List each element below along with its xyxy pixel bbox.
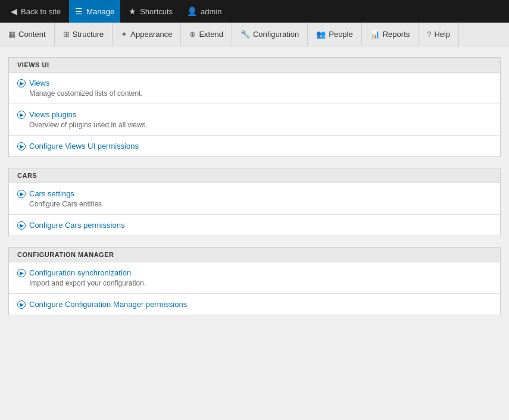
people-icon: 👥: [316, 30, 326, 39]
back-to-site-label: Back to site: [21, 7, 61, 16]
views-plugins-description: Overview of plugins used in all views.: [29, 121, 492, 129]
configuration-synchronization-link[interactable]: ▶ Configuration synchronization: [17, 268, 492, 277]
configuration-manager-header: CONFIGURATION MANAGER: [9, 247, 500, 262]
cars-header: CARS: [9, 168, 500, 183]
back-to-site-link[interactable]: ◀ Back to site: [5, 0, 67, 23]
shortcuts-icon: ★: [129, 7, 136, 16]
configure-views-arrow-icon: ▶: [17, 142, 26, 151]
configure-views-ui-permissions-label: Configure Views UI permissions: [29, 142, 139, 151]
list-item: ▶ Views plugins Overview of plugins used…: [9, 104, 500, 136]
nav-reports-label: Reports: [383, 30, 410, 39]
configuration-synchronization-description: Import and export your configuration.: [29, 279, 492, 287]
list-item: ▶ Configure Cars permissions: [9, 215, 500, 236]
configure-configuration-manager-permissions-label: Configure Configuration Manager permissi…: [29, 300, 187, 309]
configure-views-ui-permissions-link[interactable]: ▶ Configure Views UI permissions: [17, 142, 492, 151]
nav-structure-label: Structure: [73, 30, 104, 39]
views-arrow-icon: ▶: [17, 79, 26, 87]
configure-cars-permissions-link[interactable]: ▶ Configure Cars permissions: [17, 221, 492, 230]
manage-label: Manage: [86, 7, 114, 16]
views-plugins-arrow-icon: ▶: [17, 111, 26, 119]
admin-label: admin: [201, 7, 221, 16]
list-item: ▶ Configure Configuration Manager permis…: [9, 294, 500, 315]
list-item: ▶ Cars settings Configure Cars entities: [9, 183, 500, 215]
nav-extend-label: Extend: [199, 30, 223, 39]
shortcuts-link[interactable]: ★ Shortcuts: [123, 0, 179, 23]
content-icon: ▦: [8, 30, 15, 39]
nav-item-appearance[interactable]: ✦ Appearance: [113, 23, 181, 46]
views-plugins-label: Views plugins: [29, 110, 76, 119]
nav-item-extend[interactable]: ⊕ Extend: [181, 23, 232, 46]
admin-icon: 👤: [187, 7, 197, 16]
back-arrow-icon: ◀: [11, 7, 17, 16]
appearance-icon: ✦: [121, 30, 127, 39]
nav-help-label: Help: [434, 30, 450, 39]
list-item: ▶ Configure Views UI permissions: [9, 136, 500, 156]
configure-cm-arrow-icon: ▶: [17, 300, 26, 309]
nav-appearance-label: Appearance: [130, 30, 172, 39]
views-link[interactable]: ▶ Views: [17, 79, 492, 87]
main-content: VIEWS UI ▶ Views Manage customized lists…: [0, 57, 509, 315]
structure-icon: ⊞: [63, 30, 70, 39]
nav-item-content[interactable]: ▦ Content: [0, 23, 55, 46]
nav-item-reports[interactable]: 📊 Reports: [362, 23, 419, 46]
secondary-nav: ▦ Content ⊞ Structure ✦ Appearance ⊕ Ext…: [0, 23, 509, 46]
nav-configuration-label: Configuration: [253, 30, 299, 39]
configure-cars-arrow-icon: ▶: [17, 221, 26, 230]
list-item: ▶ Views Manage customized lists of conte…: [9, 73, 500, 104]
list-item: ▶ Configuration synchronization Import a…: [9, 262, 500, 294]
nav-item-structure[interactable]: ⊞ Structure: [55, 23, 113, 46]
shortcuts-label: Shortcuts: [140, 7, 173, 16]
cars-settings-description: Configure Cars entities: [29, 200, 492, 208]
extend-icon: ⊕: [189, 30, 196, 39]
configuration-synchronization-label: Configuration synchronization: [29, 268, 131, 277]
reports-icon: 📊: [370, 30, 380, 39]
cars-settings-arrow-icon: ▶: [17, 190, 26, 198]
manage-link[interactable]: ☰ Manage: [69, 0, 120, 23]
cars-section: CARS ▶ Cars settings Configure Cars enti…: [8, 168, 501, 236]
cars-settings-link[interactable]: ▶ Cars settings: [17, 189, 492, 198]
views-ui-header: VIEWS UI: [9, 58, 500, 73]
nav-item-help[interactable]: ? Help: [419, 23, 459, 46]
nav-content-label: Content: [18, 30, 46, 39]
nav-item-people[interactable]: 👥 People: [308, 23, 361, 46]
views-description: Manage customized lists of content.: [29, 89, 492, 98]
config-sync-arrow-icon: ▶: [17, 269, 26, 277]
cars-settings-label: Cars settings: [29, 189, 74, 198]
admin-link[interactable]: 👤 admin: [181, 0, 227, 23]
admin-bar: ◀ Back to site ☰ Manage ★ Shortcuts 👤 ad…: [0, 0, 509, 23]
nav-people-label: People: [329, 30, 352, 39]
views-label: Views: [29, 79, 49, 87]
configure-cars-permissions-label: Configure Cars permissions: [29, 221, 124, 230]
configuration-icon: 🔧: [241, 30, 250, 39]
nav-item-configuration[interactable]: 🔧 Configuration: [232, 23, 308, 46]
help-icon: ?: [427, 30, 431, 39]
configure-configuration-manager-permissions-link[interactable]: ▶ Configure Configuration Manager permis…: [17, 300, 492, 309]
configuration-manager-section: CONFIGURATION MANAGER ▶ Configuration sy…: [8, 247, 501, 315]
views-ui-section: VIEWS UI ▶ Views Manage customized lists…: [8, 57, 501, 157]
views-plugins-link[interactable]: ▶ Views plugins: [17, 110, 492, 119]
manage-icon: ☰: [75, 7, 83, 16]
